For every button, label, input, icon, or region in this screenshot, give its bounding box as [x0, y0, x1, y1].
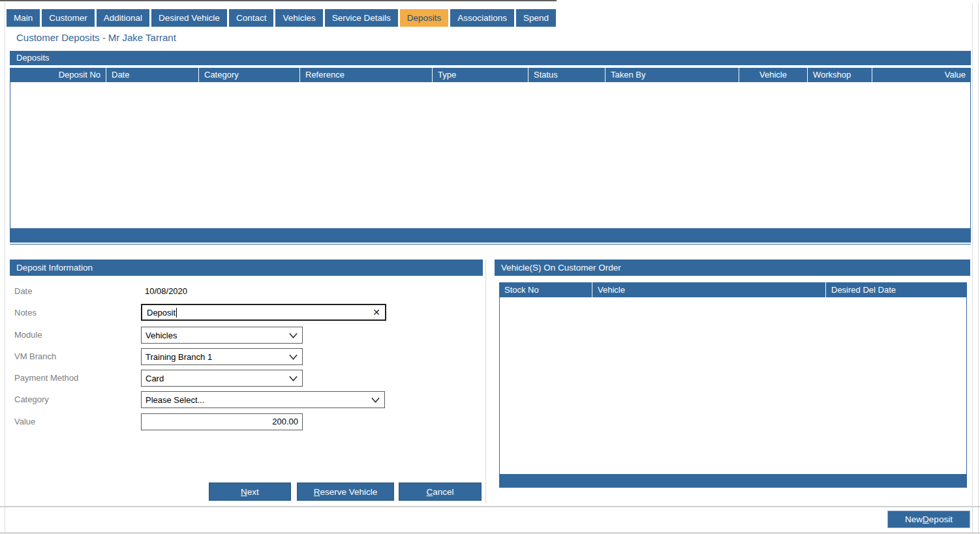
tab-associations[interactable]: Associations — [450, 9, 514, 27]
column-reference[interactable]: Reference — [300, 68, 433, 82]
column-deposit-no[interactable]: Deposit No — [10, 68, 106, 82]
column-value[interactable]: Value — [872, 68, 971, 82]
category-label: Category — [14, 394, 49, 404]
deposit-information-panel-header: Deposit Information — [10, 260, 483, 276]
vm-branch-label: VM Branch — [14, 351, 56, 361]
tab-customer[interactable]: Customer — [42, 9, 95, 27]
frame-border-right-inner — [972, 3, 973, 532]
payment-method-select-value: Card — [145, 374, 164, 383]
payment-method-select[interactable]: Card — [141, 370, 303, 387]
column-workshop[interactable]: Workshop — [808, 68, 872, 82]
chevron-down-icon — [288, 333, 298, 339]
date-value: 10/08/2020 — [145, 286, 187, 296]
frame-border-left — [5, 3, 5, 532]
clear-notes-icon[interactable]: ✕ — [373, 308, 380, 317]
panel-divider — [485, 260, 486, 503]
tab-main[interactable]: Main — [7, 9, 40, 27]
deposit-information-panel: Deposit Information Date 10/08/2020 Note… — [10, 260, 483, 503]
vehicles-on-order-panel: Vehicle(S) On Customer Order Stock No Ve… — [495, 260, 970, 503]
new-deposit-button[interactable]: New Deposit — [887, 511, 970, 528]
tab-bar: Main Customer Additional Desired Vehicle… — [7, 9, 556, 27]
column-status[interactable]: Status — [528, 68, 605, 82]
deposits-grid-header-row: Deposit No Date Category Reference Type … — [10, 68, 971, 82]
vehicles-panel-header: Vehicle(S) On Customer Order — [495, 260, 970, 276]
tab-contact[interactable]: Contact — [229, 9, 274, 27]
vehicles-grid-header-row: Stock No Vehicle Desired Del Date — [499, 282, 967, 297]
module-label: Module — [14, 330, 42, 340]
module-select[interactable]: Vehicles — [141, 327, 303, 344]
column-type[interactable]: Type — [433, 68, 528, 82]
value-input[interactable]: 200.00 — [141, 413, 303, 430]
reserve-vehicle-button[interactable]: Reserve Vehicle — [297, 482, 394, 501]
column-category[interactable]: Category — [199, 68, 300, 82]
value-label: Value — [14, 417, 35, 426]
deposits-grid: Deposits Deposit No Date Category Refere… — [10, 51, 971, 245]
deposits-grid-footer — [10, 228, 971, 243]
chevron-down-icon — [288, 376, 298, 382]
tab-service-details[interactable]: Service Details — [325, 9, 398, 27]
date-label: Date — [14, 286, 32, 296]
text-caret — [176, 308, 177, 318]
payment-method-label: Payment Method — [14, 373, 78, 383]
column-stock-no[interactable]: Stock No — [499, 282, 592, 297]
vehicles-grid: Stock No Vehicle Desired Del Date — [499, 282, 967, 488]
deposits-grid-body — [10, 82, 971, 228]
tab-vehicles[interactable]: Vehicles — [275, 9, 322, 27]
vehicles-grid-footer — [499, 474, 967, 488]
deposits-grid-bottom-line — [10, 244, 971, 245]
tab-additional[interactable]: Additional — [97, 9, 149, 27]
notes-input[interactable]: Deposit ✕ — [141, 304, 386, 321]
tab-deposits[interactable]: Deposits — [400, 9, 449, 27]
module-select-value: Vehicles — [145, 331, 177, 340]
vehicles-grid-body — [499, 297, 967, 474]
column-desired-del-date[interactable]: Desired Del Date — [826, 282, 967, 297]
vm-branch-select-value: Training Branch 1 — [145, 352, 212, 362]
category-select-value: Please Select... — [145, 395, 204, 405]
category-select[interactable]: Please Select... — [141, 391, 385, 408]
chevron-down-icon — [288, 354, 298, 361]
tab-spend[interactable]: Spend — [516, 9, 556, 27]
tab-desired-vehicle[interactable]: Desired Vehicle — [151, 9, 227, 27]
chevron-down-icon — [371, 397, 380, 404]
deposits-panel-header: Deposits — [10, 51, 971, 65]
frame-border-right-outer — [978, 3, 979, 532]
notes-label: Notes — [14, 308, 37, 318]
window-top-edge — [0, 0, 557, 1]
next-button[interactable]: Next — [209, 482, 291, 501]
vm-branch-select[interactable]: Training Branch 1 — [141, 348, 303, 365]
page-title: Customer Deposits - Mr Jake Tarrant — [16, 32, 176, 43]
column-vehicle[interactable]: Vehicle — [592, 282, 826, 297]
column-taken-by[interactable]: Taken By — [605, 68, 739, 82]
notes-input-text: Deposit — [147, 308, 176, 318]
footer-divider — [0, 506, 980, 507]
column-date[interactable]: Date — [106, 68, 199, 82]
column-vehicle[interactable]: Vehicle — [739, 68, 808, 82]
cancel-button[interactable]: Cancel — [399, 482, 482, 501]
